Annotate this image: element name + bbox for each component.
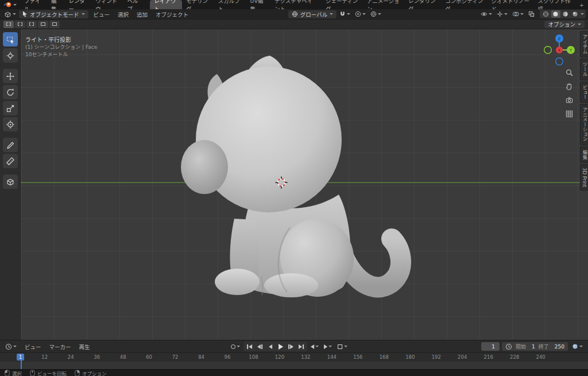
play-reverse-button[interactable] <box>265 342 275 351</box>
auto-keying-toggle[interactable] <box>229 343 242 351</box>
move-tool[interactable] <box>3 69 18 83</box>
scale-tool[interactable] <box>3 101 18 115</box>
topbar-menu-item[interactable]: ヘルプ <box>123 0 145 9</box>
sidebar-tabs: アイテムツールビューアニメーション編集3D Print <box>580 31 588 191</box>
chevron-down-icon <box>13 346 17 347</box>
frame-start-field[interactable]: 開始 1 <box>516 343 535 350</box>
ruler-frame-label: 168 <box>371 354 397 360</box>
annotate-tool[interactable] <box>3 138 18 152</box>
select-mode-new-button[interactable] <box>3 21 14 28</box>
topbar: ファイル編集レンダーウィンドウヘルプ レイアウトモデリングスカルプトUV編集テク… <box>0 0 588 9</box>
topbar-menu-item[interactable]: ファイル <box>20 0 47 9</box>
ortho-toggle-button[interactable] <box>564 108 574 119</box>
sidebar-tab[interactable]: 3D Print <box>580 164 588 191</box>
workspace-tab[interactable]: テクスチャペイント <box>270 0 322 9</box>
blender-menu-button[interactable] <box>0 0 20 9</box>
shading-material-button[interactable] <box>561 10 570 18</box>
add-cube-tool[interactable] <box>3 175 18 189</box>
sidebar-tab[interactable]: 編集 <box>580 146 588 163</box>
select-box-tool[interactable] <box>3 32 18 46</box>
camera-view-button[interactable] <box>564 95 574 105</box>
timeline-ruler[interactable]: 1224364860728496108120132144156168180192… <box>0 352 588 369</box>
workspace-tab[interactable]: コンポジティング <box>441 0 487 9</box>
status-select-hint: 選択 <box>5 370 22 376</box>
viewport-3d[interactable]: ライト・平行投影 (1) シーンコレクション | Face 10センチメートル … <box>0 29 588 340</box>
workspace-tab[interactable]: ジオメトリノード <box>488 0 534 9</box>
viewport-menu-item[interactable]: 選択 <box>114 10 133 18</box>
mode-dropdown[interactable]: オブジェクトモード <box>19 10 88 18</box>
timeline-menu-item[interactable]: 再生 <box>75 343 94 351</box>
shading-solid-button[interactable] <box>551 10 560 18</box>
topbar-menu-item[interactable]: レンダー <box>64 0 91 9</box>
timeline-playhead[interactable]: 1 <box>17 353 26 369</box>
next-keyframe-button[interactable] <box>286 342 296 351</box>
jump-to-end-button[interactable] <box>296 342 306 351</box>
transform-orientation-dropdown[interactable]: グローバル <box>288 10 336 18</box>
timeline-view-options-dropdown[interactable] <box>570 343 585 351</box>
workspace-tab[interactable]: レイアウト <box>150 0 182 9</box>
viewport-menu-item[interactable]: ビュー <box>90 10 114 18</box>
proportional-editing-dropdown[interactable] <box>369 10 383 18</box>
workspace-tab[interactable]: モデリング <box>182 0 214 9</box>
pan-button[interactable] <box>564 81 574 91</box>
workspace-tab[interactable]: レンダリング <box>404 0 441 9</box>
keying-set-dropdown[interactable] <box>335 343 349 351</box>
object-visibility-dropdown[interactable] <box>479 10 494 18</box>
frame-step-forward-button[interactable] <box>322 343 334 351</box>
select-mode-subtract-button[interactable] <box>26 21 37 28</box>
cat-paw-left <box>215 269 260 295</box>
workspace-tab[interactable]: + <box>575 0 588 9</box>
shading-rendered-button[interactable] <box>571 10 580 18</box>
transform-tool[interactable] <box>3 117 18 131</box>
zoom-button[interactable] <box>564 67 574 77</box>
prev-keyframe-button[interactable] <box>255 342 265 351</box>
topbar-menu-item[interactable]: ウィンドウ <box>91 0 123 9</box>
annotate-pen-icon <box>6 141 15 150</box>
chevron-down-icon <box>330 13 333 15</box>
frame-end-field[interactable]: 終了 250 <box>539 343 564 350</box>
snap-dropdown[interactable] <box>338 10 352 18</box>
axis-gizmo[interactable]: Z Y X <box>542 33 577 67</box>
viewport-menu-item[interactable]: 追加 <box>133 10 152 18</box>
workspace-tab[interactable]: UV編集 <box>246 0 271 9</box>
topbar-menu-item[interactable]: 編集 <box>47 0 64 9</box>
options-dropdown[interactable]: オプション <box>544 21 585 28</box>
ruler-frame-label: 216 <box>475 354 501 360</box>
timeline-menus: ビューマーカー再生 <box>21 343 94 351</box>
scale-icon <box>6 104 15 113</box>
jump-to-start-button[interactable] <box>245 342 254 351</box>
viewport-menu-item[interactable]: オブジェクト <box>152 10 192 18</box>
chevron-down-icon[interactable] <box>581 13 584 15</box>
xray-toggle[interactable] <box>527 10 536 18</box>
show-overlays-dropdown[interactable] <box>510 10 525 18</box>
measure-tool[interactable] <box>3 154 18 168</box>
frame-step-back-button[interactable] <box>309 343 320 351</box>
pivot-point-dropdown[interactable] <box>353 10 368 18</box>
sidebar-tab[interactable]: アニメーション <box>580 104 588 145</box>
chevron-down-icon <box>504 13 508 15</box>
cursor-tool[interactable] <box>3 48 18 63</box>
workspace-tab[interactable]: アニメーション <box>363 0 404 9</box>
select-mode-extend-button[interactable] <box>15 21 25 28</box>
current-frame-field[interactable]: 1 <box>481 342 500 351</box>
cat-body <box>242 195 351 296</box>
editor-type-button[interactable] <box>2 10 18 18</box>
workspace-tab[interactable]: スカルプト <box>214 0 246 9</box>
chevron-down-icon <box>315 346 319 347</box>
workspace-tab[interactable]: スクリプト作成 <box>533 0 575 9</box>
shading-wireframe-button[interactable] <box>541 10 551 18</box>
timeline-menu-item[interactable]: マーカー <box>45 343 75 351</box>
sidebar-tab[interactable]: ツール <box>580 59 588 80</box>
workspace-tab[interactable]: シェーディング <box>322 0 363 9</box>
sidebar-tab[interactable]: ビュー <box>580 82 588 103</box>
play-button[interactable] <box>276 342 285 351</box>
timeline-menu-item[interactable]: ビュー <box>21 343 45 351</box>
timeline-editor-type-button[interactable] <box>3 343 18 351</box>
sidebar-tab[interactable]: アイテム <box>580 31 588 57</box>
select-mode-intersect-button[interactable] <box>49 21 60 28</box>
show-gizmos-dropdown[interactable] <box>495 10 509 18</box>
mouse-left-icon <box>5 370 10 376</box>
select-mode-invert-button[interactable] <box>38 21 48 28</box>
workspace-tabs: レイアウトモデリングスカルプトUV編集テクスチャペイントシェーディングアニメーシ… <box>150 0 588 9</box>
rotate-tool[interactable] <box>3 85 18 99</box>
